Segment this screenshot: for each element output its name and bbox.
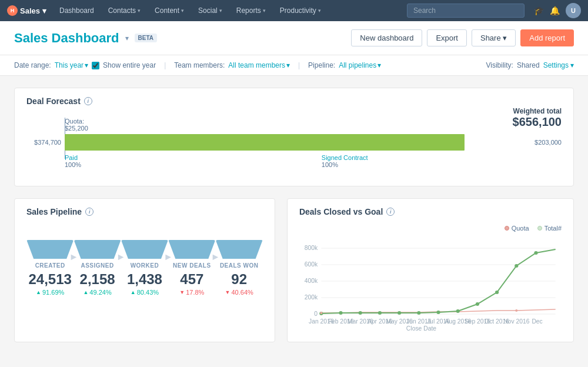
- arrow-up-created: ▲: [36, 289, 41, 295]
- stat-value-created: 24,513: [28, 271, 71, 288]
- legend-dot-total: [537, 226, 542, 231]
- stat-value-new-deals: 457: [180, 271, 203, 288]
- legend-total-label: Total#: [544, 225, 562, 232]
- deals-closed-info-icon[interactable]: i: [386, 208, 395, 216]
- team-members-value[interactable]: All team members ▾: [228, 61, 290, 69]
- nav-brand-label: Sales: [20, 6, 40, 15]
- funnel-icon-4: [168, 240, 215, 259]
- main-content: Sales Dashboard ▾ Beta New dashboard Exp…: [0, 21, 588, 367]
- deals-closed-title: Deals Closed vs Goal: [299, 207, 383, 216]
- nav-social-chevron: ▾: [219, 8, 222, 14]
- export-button[interactable]: Export: [427, 29, 467, 46]
- quota-dot-nov: [515, 309, 517, 312]
- arrow-up-assigned: ▲: [83, 289, 88, 295]
- legend-total: Total#: [537, 225, 562, 232]
- stat-value-assigned: 2,158: [80, 271, 115, 288]
- forecast-bar-row: $374,700 $203,000: [26, 134, 562, 151]
- paid-label[interactable]: Paid: [65, 154, 81, 161]
- nav-content-chevron: ▾: [181, 8, 184, 14]
- page-title: Sales Dashboard: [14, 31, 119, 46]
- bar-labels-inner: Paid 100% Signed Contract 100%: [65, 154, 562, 168]
- svg-text:800k: 800k: [305, 245, 318, 251]
- stat-label-worked: WORKED: [131, 262, 159, 269]
- svg-text:Close Date: Close Date: [406, 325, 437, 331]
- new-dashboard-button[interactable]: New dashboard: [351, 29, 422, 46]
- search-input[interactable]: [407, 4, 524, 18]
- deals-closed-widget: Deals Closed vs Goal i Quota Total#: [287, 198, 574, 342]
- pipeline-value[interactable]: All pipelines ▾: [339, 61, 381, 69]
- visibility-label: Visibility:: [486, 61, 513, 69]
- svg-text:0: 0: [314, 311, 318, 317]
- quota-label: Quota:: [65, 118, 84, 125]
- bar-fill: [65, 134, 465, 151]
- nav-item-contacts[interactable]: Contacts ▾: [102, 0, 146, 21]
- share-chevron: ▾: [503, 34, 507, 42]
- chart-dot-sep: [476, 302, 479, 306]
- pipeline-stats: CREATED 24,513 ▲ 91.69% ASSIGNED 2,158: [26, 240, 263, 296]
- stat-created: CREATED 24,513 ▲ 91.69%: [26, 240, 74, 296]
- deal-forecast-title: Deal Forecast: [26, 96, 81, 106]
- visibility-value: Shared: [517, 61, 540, 69]
- arrow-down-deals-won: ▼: [225, 289, 230, 295]
- chart-dot-nov: [514, 264, 518, 268]
- deal-forecast-info-icon[interactable]: i: [84, 97, 92, 105]
- show-entire-year-checkbox[interactable]: [92, 62, 99, 69]
- funnel-icon-1: [26, 240, 74, 259]
- svg-text:200k: 200k: [305, 294, 318, 301]
- stat-delta-deals-won: ▼ 40.64%: [225, 289, 253, 296]
- nav-item-dashboard[interactable]: Dashboard: [54, 0, 100, 21]
- notifications-icon[interactable]: 🔔: [550, 6, 560, 15]
- deals-closed-chart: 800k 600k 400k 200k 0: [299, 236, 562, 331]
- date-range-value[interactable]: This year ▾: [55, 61, 88, 69]
- nav-icons-group: 🎓 🔔 U: [534, 3, 581, 18]
- nav-item-content[interactable]: Content ▾: [149, 0, 190, 21]
- nav-item-social[interactable]: Social ▾: [192, 0, 228, 21]
- settings-link[interactable]: Settings ▾: [543, 61, 574, 69]
- signed-contract-label[interactable]: Signed Contract: [322, 154, 368, 161]
- quota-dot-jan: [320, 312, 322, 314]
- filter-bar: Date range: This year ▾ Show entire year…: [0, 55, 588, 76]
- line-chart-wrap: 800k 600k 400k 200k 0: [299, 236, 562, 332]
- nav-reports-chevron: ▾: [263, 8, 266, 14]
- bar-label-signed: Signed Contract 100%: [322, 154, 368, 168]
- legend-quota-label: Quota: [512, 225, 529, 232]
- bar-track: [65, 134, 530, 151]
- add-report-button[interactable]: Add report: [520, 29, 574, 46]
- share-button[interactable]: Share ▾: [472, 29, 516, 46]
- legend-quota: Quota: [505, 225, 529, 232]
- chart-dot-mar: [359, 311, 362, 315]
- arrow-up-worked: ▲: [131, 289, 136, 295]
- beta-badge: Beta: [135, 34, 157, 42]
- deals-closed-header: Deals Closed vs Goal i: [288, 199, 573, 222]
- chart-dot-aug: [456, 309, 460, 313]
- filter-sep-1: |: [164, 61, 166, 69]
- academy-icon[interactable]: 🎓: [534, 6, 544, 15]
- stat-delta-created: ▲ 91.69%: [36, 289, 64, 296]
- header-actions: New dashboard Export Share ▾ Add report: [351, 29, 574, 46]
- nav-item-reports[interactable]: Reports ▾: [230, 0, 272, 21]
- signed-pct: 100%: [322, 161, 368, 168]
- stat-delta-assigned: ▲ 49.24%: [83, 289, 111, 296]
- bar-label-paid: Paid 100%: [65, 154, 81, 168]
- funnel-icon-2: [74, 240, 121, 259]
- sales-pipeline-info-icon[interactable]: i: [85, 208, 93, 216]
- avatar[interactable]: U: [566, 3, 581, 18]
- funnel-icon-3: [121, 240, 168, 259]
- page-header: Sales Dashboard ▾ Beta New dashboard Exp…: [0, 21, 588, 55]
- chart-dot-dec: [534, 251, 537, 255]
- nav-logo[interactable]: H Sales ▾: [7, 5, 46, 16]
- deal-forecast-widget: Deal Forecast i Weighted total $656,100 …: [14, 88, 574, 186]
- svg-text:Dec: Dec: [532, 318, 542, 325]
- sales-pipeline-title: Sales Pipeline: [26, 207, 82, 216]
- show-entire-year-label: Show entire year: [103, 61, 156, 69]
- nav-item-productivity[interactable]: Productivity ▾: [274, 0, 327, 21]
- chart-dot-apr: [378, 311, 382, 315]
- legend-dot-quota: [505, 226, 509, 231]
- page-title-dropdown[interactable]: ▾: [125, 34, 129, 42]
- settings-chevron: ▾: [570, 61, 574, 69]
- stat-assigned: ASSIGNED 2,158 ▲ 49.24%: [74, 240, 121, 296]
- date-range-label: Date range:: [14, 61, 51, 69]
- chart-dot-jun: [417, 311, 420, 315]
- stat-label-deals-won: DEALS WON: [220, 262, 259, 269]
- nav-contacts-chevron: ▾: [138, 8, 141, 14]
